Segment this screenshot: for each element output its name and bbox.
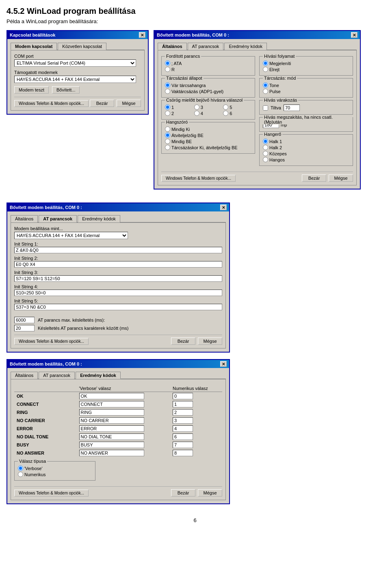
init-string-2-label: Init String 2:	[14, 256, 222, 261]
result-codes-table: 'Verbose' válasz Numerikus válasz OKCONN…	[14, 385, 222, 457]
result-numeric-1[interactable]	[170, 400, 222, 408]
hívási-megjelenít-radio[interactable]: Megjeleníti	[263, 61, 349, 66]
init-string-5-input[interactable]	[14, 304, 222, 310]
fordított-r-radio[interactable]: R	[165, 67, 251, 72]
result-verbose-5[interactable]	[77, 433, 170, 441]
dialog3-tab-altalanos[interactable]: Általános	[11, 215, 38, 222]
csörög-6-radio[interactable]: 6	[223, 111, 251, 116]
result-verbose-7[interactable]	[77, 449, 170, 457]
vár-tárcsahangra-radio[interactable]: Vár tárcsahangra	[165, 83, 251, 88]
dialog2-bezar-button[interactable]: Bezár	[302, 174, 326, 182]
dialog3-close[interactable]: ✕	[220, 205, 227, 210]
dialog2-megse-button[interactable]: Mégse	[329, 174, 353, 182]
csörög-1-radio[interactable]: 1	[165, 105, 193, 110]
dialog3-tab-eredmeny[interactable]: Eredmény kódok	[78, 215, 120, 222]
hangszóró-label: Hangszóró	[165, 120, 189, 124]
tárcsázás-pulse-radio[interactable]: Pulse	[263, 89, 349, 94]
dialog2-tab-eredmeny[interactable]: Eredmény kódok	[224, 43, 267, 50]
hívási-elrejt-radio[interactable]: Elrejt	[263, 67, 349, 72]
result-numeric-7[interactable]	[170, 449, 222, 457]
com-port-select[interactable]: ELTIMA Virtual Serial Port (COM4)	[14, 59, 136, 67]
result-numeric-4[interactable]	[170, 425, 222, 433]
init-string-1-row: Init String 1:	[14, 242, 222, 253]
dialog4-tab-at[interactable]: AT parancsok	[39, 372, 75, 379]
tiltva-checkbox[interactable]	[263, 105, 268, 111]
fordított-ata-radio[interactable]: ; ATA	[165, 61, 251, 66]
modem-label: Modem beállítása mint...	[14, 226, 222, 231]
dialog2-windows-button[interactable]: Windows Telefon & Modem opciók...	[161, 175, 236, 182]
dialog3-tab-at[interactable]: AT parancsok	[39, 215, 77, 222]
result-verbose-3[interactable]	[77, 416, 170, 425]
dialog1-tab-modem[interactable]: Modem kapcsolat	[11, 43, 57, 50]
dialog2-tab-altalanos[interactable]: Általános	[158, 43, 187, 50]
csörög-2-radio[interactable]: 2	[165, 111, 193, 116]
result-numeric-3[interactable]	[170, 416, 222, 425]
csörög-4-radio[interactable]: 4	[194, 111, 223, 116]
hívás-várakozás-input[interactable]	[284, 105, 300, 111]
hangszóró-mindig-be[interactable]: Mindig BE	[165, 139, 251, 144]
hangerő-halk2[interactable]: Halk 2	[263, 145, 349, 150]
dialog3-windows-button[interactable]: Windows Telefon & Modem opciók...	[14, 338, 89, 345]
hangerő-label: Hangerő	[263, 132, 282, 137]
dialog4-tab-altalanos[interactable]: Általános	[11, 372, 38, 379]
at-delay1-input[interactable]	[14, 317, 35, 323]
hangszóró-mindig-ki[interactable]: Mindig Ki	[165, 126, 251, 132]
result-name-0: OK	[14, 392, 77, 401]
dialog4-tab-eredmeny[interactable]: Eredmény kódok	[76, 372, 121, 379]
modem-teszt-button[interactable]: Modem teszt	[14, 86, 49, 94]
dialog3-bezar-button[interactable]: Bezár	[171, 338, 195, 345]
dialog1-bezar-button[interactable]: Bezár	[90, 100, 114, 107]
result-numeric-2[interactable]	[170, 408, 222, 416]
bovitett-button[interactable]: Bővített...	[52, 86, 80, 94]
csörög-5-radio[interactable]: 5	[223, 105, 251, 110]
hangerő-közepes[interactable]: Közepes	[263, 151, 349, 156]
dialog4-bezar-button[interactable]: Bezár	[171, 489, 195, 497]
dialog4-megse-button[interactable]: Mégse	[198, 489, 222, 497]
result-verbose-0[interactable]	[77, 392, 170, 401]
init-string-4-input[interactable]	[14, 290, 222, 296]
hangszóró-átvitel[interactable]: Átviteljelzőig BE	[165, 133, 251, 138]
csörög-3-radio[interactable]: 3	[194, 105, 223, 110]
dialog2-close[interactable]: ✕	[351, 32, 358, 38]
csörög-label: Csörög mielőtt bejövő hívásra válaszol	[165, 98, 244, 102]
hangerő-hangos[interactable]: Hangos	[263, 157, 349, 162]
tiltva-label: Tiltva	[271, 105, 281, 110]
table-row: OK	[14, 392, 222, 401]
result-verbose-2[interactable]	[77, 408, 170, 416]
dialog1-close[interactable]: ✕	[139, 32, 145, 38]
result-verbose-1[interactable]	[77, 400, 170, 408]
result-verbose-6[interactable]	[77, 441, 170, 449]
dialog2-tab-at[interactable]: AT parancsok	[188, 43, 224, 50]
table-row: NO ANSWER	[14, 449, 222, 457]
init-string-1-label: Init String 1:	[14, 242, 222, 246]
init-string-2-input[interactable]	[14, 261, 222, 268]
result-verbose-4[interactable]	[77, 425, 170, 433]
dialog1-tab-kozvetlen[interactable]: Közvetlen kapcsolat	[58, 43, 106, 50]
verbose-radio[interactable]: 'Verbose'	[18, 466, 92, 471]
dialog4-close[interactable]: ✕	[220, 361, 227, 367]
dialog1-megse-button[interactable]: Mégse	[117, 100, 141, 107]
tárcsázás-tone-radio[interactable]: Tone	[263, 83, 349, 88]
dialog2-titlebar: Bővített modem beállítás, COM 0 : ✕	[154, 31, 360, 39]
megszakítás-label: Hívás megszakítás, ha nincs csatl. (Mp)u…	[263, 115, 353, 124]
result-numeric-0[interactable]	[170, 392, 222, 401]
hangerő-halk1[interactable]: Halk 1	[263, 139, 349, 144]
init-string-1-input[interactable]	[14, 247, 222, 253]
result-numeric-5[interactable]	[170, 433, 222, 441]
result-numeric-6[interactable]	[170, 441, 222, 449]
init-string-3-input[interactable]	[14, 275, 222, 282]
at-delay2-input[interactable]	[14, 325, 35, 331]
numerikus-radio[interactable]: Numerikus	[18, 472, 92, 477]
dialog1-windows-button[interactable]: Windows Telefon & Modem opciók...	[14, 100, 89, 107]
modem-select[interactable]: HAYES ACCURA 144 + FAX 144 External	[14, 232, 128, 239]
dialog1-titlebar: Kapcsolat beállítások ✕	[7, 31, 148, 39]
dialog-at-parancsok: Bővített modem beállítás, COM 0 : ✕ Álta…	[6, 203, 230, 353]
vaktárcsázás-radio[interactable]: Vaktárcsázás (ADP1-gyel)	[165, 89, 251, 94]
table-row: NO DIAL TONE	[14, 433, 222, 441]
dialog-bovitett-altalanos: Bővített modem beállítás, COM 0 : ✕ Álta…	[154, 30, 361, 189]
supported-modems-select[interactable]: HAYES ACCURA 144 + FAX 144 External	[14, 76, 136, 83]
dialog4-windows-button[interactable]: Windows Telefon & Modem opciók...	[14, 490, 89, 497]
table-row: NO CARRIER	[14, 416, 222, 425]
dialog3-megse-button[interactable]: Mégse	[198, 338, 222, 345]
hangszóró-tárcsázáskor[interactable]: Tárcsázáskor Ki, átviteljelzőig BE	[165, 145, 251, 150]
